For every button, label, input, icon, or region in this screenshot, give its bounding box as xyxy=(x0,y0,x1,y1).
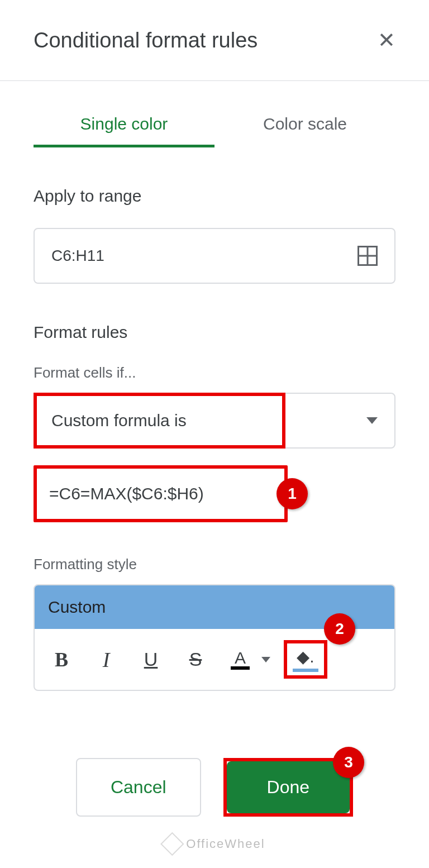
strikethrough-button[interactable]: S xyxy=(180,644,211,675)
style-box: Custom B I U S A ◆. 2 xyxy=(34,584,395,691)
format-rules-label: Format rules xyxy=(34,323,395,342)
format-toolbar: B I U S A ◆. 2 xyxy=(35,629,394,690)
tab-single-color[interactable]: Single color xyxy=(34,103,214,147)
fill-color-swatch xyxy=(293,669,318,672)
apply-range-label: Apply to range xyxy=(34,187,395,206)
fill-color-button[interactable]: ◆. xyxy=(284,640,327,679)
annotation-box-done: Done 3 xyxy=(223,758,354,817)
watermark-text: OfficeWheel xyxy=(186,837,265,851)
chevron-down-icon[interactable] xyxy=(261,657,270,662)
watermark-logo-icon xyxy=(160,832,184,856)
formatting-style-section: Formatting style Custom B I U S A ◆. 2 xyxy=(0,522,429,691)
tab-color-scale[interactable]: Color scale xyxy=(214,103,395,147)
bold-button[interactable]: B xyxy=(46,644,77,675)
done-button[interactable]: Done xyxy=(227,761,350,813)
close-icon[interactable]: ✕ xyxy=(378,28,395,53)
annotation-badge-1: 1 xyxy=(277,478,308,509)
tabs: Single color Color scale xyxy=(0,81,429,147)
formatting-style-label: Formatting style xyxy=(34,556,395,573)
range-value: C6:H11 xyxy=(51,247,104,265)
condition-dropdown[interactable]: Custom formula is xyxy=(34,393,395,449)
text-color-button[interactable]: A xyxy=(225,644,256,675)
italic-button[interactable]: I xyxy=(90,644,122,675)
action-buttons: Cancel Done 3 xyxy=(0,691,429,817)
range-input-box[interactable]: C6:H11 xyxy=(34,228,395,284)
annotation-badge-2: 2 xyxy=(324,613,355,645)
conditional-format-panel: Conditional format rules ✕ Single color … xyxy=(0,0,429,839)
panel-title: Conditional format rules xyxy=(34,28,258,53)
watermark: OfficeWheel xyxy=(164,836,265,852)
paint-bucket-icon: ◆. xyxy=(297,647,314,666)
formula-input[interactable]: =C6=MAX($C6:$H6) xyxy=(34,465,288,522)
cancel-button[interactable]: Cancel xyxy=(76,758,201,817)
format-rules-section: Format rules Format cells if... Custom f… xyxy=(0,284,429,522)
panel-header: Conditional format rules ✕ xyxy=(0,0,429,81)
select-range-icon[interactable] xyxy=(358,246,378,266)
condition-value: Custom formula is xyxy=(35,411,187,430)
underline-button[interactable]: U xyxy=(135,644,166,675)
chevron-down-icon xyxy=(366,417,378,424)
apply-range-section: Apply to range C6:H11 xyxy=(0,147,429,284)
format-cells-if-label: Format cells if... xyxy=(34,364,395,381)
formula-row: =C6=MAX($C6:$H6) 1 xyxy=(34,465,395,522)
annotation-badge-3: 3 xyxy=(333,747,364,778)
